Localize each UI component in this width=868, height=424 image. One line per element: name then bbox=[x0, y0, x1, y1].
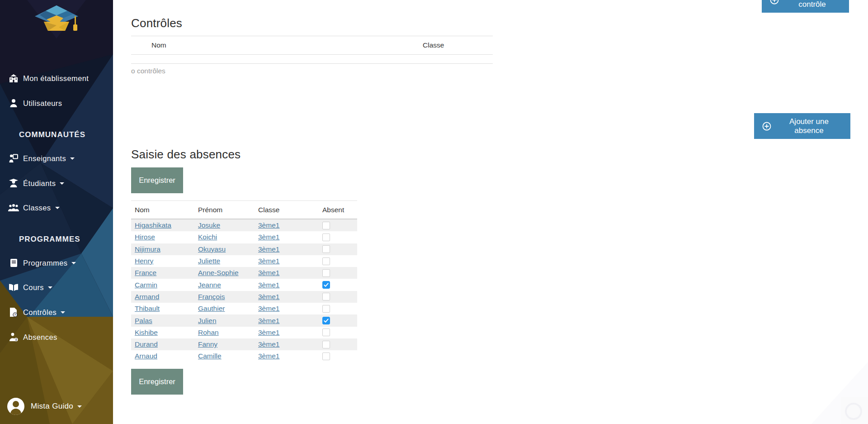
class-link[interactable]: 3ème1 bbox=[258, 221, 279, 229]
class-link[interactable]: 3ème1 bbox=[258, 340, 279, 348]
caret-down-icon bbox=[60, 182, 64, 185]
absence-table-row: Higashikata Josuke 3ème1 bbox=[131, 219, 357, 231]
student-firstname-link[interactable]: Josuke bbox=[198, 221, 220, 229]
sidebar-item-mon-etablissement[interactable]: Mon établissement bbox=[0, 72, 113, 84]
save-absences-button-top[interactable]: Enregistrer bbox=[131, 167, 183, 193]
absent-checkbox[interactable] bbox=[322, 269, 330, 277]
user-name: Mista Guido bbox=[31, 402, 73, 411]
class-link[interactable]: 3ème1 bbox=[258, 281, 279, 289]
svg-text:?: ? bbox=[14, 313, 16, 316]
absent-checkbox[interactable] bbox=[322, 329, 330, 336]
check-icon bbox=[324, 318, 329, 323]
caret-down-icon bbox=[71, 262, 76, 264]
absent-checkbox[interactable] bbox=[322, 245, 330, 253]
student-firstname-link[interactable]: Anne-Sophie bbox=[198, 269, 239, 276]
class-link[interactable]: 3ème1 bbox=[258, 257, 279, 265]
student-lastname-link[interactable]: Henry bbox=[135, 257, 153, 265]
student-lastname-link[interactable]: Durand bbox=[135, 340, 158, 348]
absent-checkbox[interactable] bbox=[322, 257, 330, 265]
student-lastname-link[interactable]: Nijimura bbox=[135, 245, 160, 253]
sidebar-item-etudiants[interactable]: Étudiants bbox=[0, 177, 113, 189]
student-lastname-link[interactable]: Palas bbox=[135, 317, 152, 324]
absences-header-absent: Absent bbox=[319, 206, 357, 214]
student-lastname-link[interactable]: Armand bbox=[135, 293, 159, 300]
user-menu[interactable]: Mista Guido bbox=[0, 397, 113, 415]
sidebar-item-label: Mon établissement bbox=[23, 74, 89, 83]
student-lastname-link[interactable]: France bbox=[135, 269, 156, 276]
absent-checkbox[interactable] bbox=[322, 305, 330, 313]
class-link[interactable]: 3ème1 bbox=[258, 233, 279, 241]
absence-table-row: Nijimura Okuyasu 3ème1 bbox=[131, 243, 357, 255]
absence-table-row: Durand Fanny 3ème1 bbox=[131, 338, 357, 350]
student-firstname-link[interactable]: Jeanne bbox=[198, 281, 221, 289]
student-lastname-link[interactable]: Thibault bbox=[135, 305, 160, 312]
graduation-cap-logo bbox=[32, 5, 81, 33]
absence-table-row: Arnaud Camille 3ème1 bbox=[131, 350, 357, 362]
add-control-button[interactable]: Ajouter un contrôle bbox=[762, 0, 849, 13]
student-firstname-link[interactable]: Koichi bbox=[198, 233, 217, 241]
absences-header-prenom: Prénom bbox=[194, 206, 255, 214]
student-lastname-link[interactable]: Hirose bbox=[135, 233, 155, 241]
absent-checkbox[interactable] bbox=[322, 341, 330, 348]
student-lastname-link[interactable]: Arnaud bbox=[135, 352, 157, 360]
class-link[interactable]: 3ème1 bbox=[258, 329, 279, 336]
absent-checkbox[interactable] bbox=[322, 233, 330, 241]
class-link[interactable]: 3ème1 bbox=[258, 293, 279, 300]
controls-header-nom: Nom bbox=[131, 41, 423, 49]
absent-checkbox[interactable] bbox=[322, 353, 330, 360]
student-firstname-link[interactable]: Juliette bbox=[198, 257, 220, 265]
class-link[interactable]: 3ème1 bbox=[258, 305, 279, 312]
save-absences-button-bottom[interactable]: Enregistrer bbox=[131, 369, 183, 395]
plus-circle-icon bbox=[770, 0, 779, 5]
add-absence-label: Ajouter une absence bbox=[776, 117, 842, 135]
absences-header-nom: Nom bbox=[131, 206, 194, 214]
student-firstname-link[interactable]: Okuyasu bbox=[198, 245, 226, 253]
sidebar-item-enseignants[interactable]: Enseignants bbox=[0, 152, 113, 164]
controls-count-text: o contrôles bbox=[131, 67, 165, 75]
student-lastname-link[interactable]: Higashikata bbox=[135, 221, 171, 229]
absence-table-row: Armand François 3ème1 bbox=[131, 291, 357, 303]
absence-table-row: Carmin Jeanne 3ème1 bbox=[131, 279, 357, 291]
sidebar-item-utilisateurs[interactable]: Utilisateurs bbox=[0, 97, 113, 109]
absence-table-row: Palas Julien 3ème1 bbox=[131, 314, 357, 326]
student-firstname-link[interactable]: Gauthier bbox=[198, 305, 225, 312]
sidebar-item-label: Étudiants bbox=[23, 179, 56, 188]
class-link[interactable]: 3ème1 bbox=[258, 269, 279, 276]
student-firstname-link[interactable]: Rohan bbox=[198, 329, 219, 336]
student-lastname-link[interactable]: Kishibe bbox=[135, 329, 158, 336]
class-link[interactable]: 3ème1 bbox=[258, 317, 279, 324]
student-firstname-link[interactable]: Fanny bbox=[198, 340, 217, 348]
student-lastname-link[interactable]: Carmin bbox=[135, 281, 157, 289]
absent-checkbox[interactable] bbox=[322, 281, 330, 289]
sidebar-item-label: Programmes bbox=[23, 259, 67, 267]
sidebar-item-label: Contrôles bbox=[23, 308, 57, 317]
student-firstname-link[interactable]: Camille bbox=[198, 352, 222, 360]
sidebar-item-classes[interactable]: Classes bbox=[0, 202, 113, 214]
avatar bbox=[7, 398, 24, 415]
absent-checkbox[interactable] bbox=[322, 222, 330, 229]
school-icon bbox=[8, 73, 19, 83]
student-firstname-link[interactable]: François bbox=[198, 293, 225, 300]
sidebar-item-programmes[interactable]: Programmes bbox=[0, 257, 113, 269]
class-link[interactable]: 3ème1 bbox=[258, 245, 279, 253]
main-content: Contrôles Ajouter un contrôle Nom Classe… bbox=[113, 0, 868, 424]
controls-empty-row bbox=[131, 55, 493, 64]
group-icon bbox=[8, 203, 19, 213]
caret-down-icon bbox=[55, 207, 60, 209]
absences-section-title: Saisie des absences bbox=[131, 148, 241, 162]
absence-table-row: Kishibe Rohan 3ème1 bbox=[131, 327, 357, 338]
student-firstname-link[interactable]: Julien bbox=[198, 317, 217, 324]
add-absence-button[interactable]: Ajouter une absence bbox=[754, 113, 850, 139]
sidebar-section-programmes: PROGRAMMES bbox=[19, 234, 113, 245]
sidebar-item-absences[interactable]: Absences bbox=[0, 331, 113, 343]
absences-header-classe: Classe bbox=[255, 206, 319, 214]
check-icon bbox=[324, 282, 329, 287]
absent-checkbox[interactable] bbox=[322, 317, 330, 324]
sidebar-item-controles[interactable]: ? Contrôles bbox=[0, 306, 113, 318]
sidebar-item-label: Cours bbox=[23, 283, 44, 292]
controls-section-title: Contrôles bbox=[131, 16, 182, 30]
sidebar-item-cours[interactable]: Cours bbox=[0, 281, 113, 293]
absent-checkbox[interactable] bbox=[322, 293, 330, 300]
class-link[interactable]: 3ème1 bbox=[258, 352, 279, 360]
sidebar-item-label: Absences bbox=[23, 333, 57, 342]
